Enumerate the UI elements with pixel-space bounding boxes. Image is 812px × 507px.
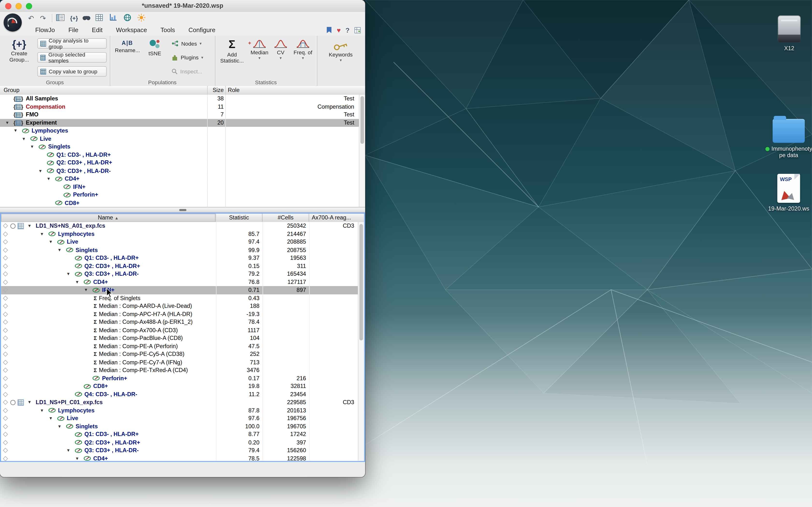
splitter-handle[interactable]	[179, 209, 186, 211]
binoculars-icon[interactable]	[82, 13, 92, 23]
population-row[interactable]: Q2: CD3+ , HLA-DR+0.15311	[1, 262, 358, 270]
column-header-name[interactable]: Name▲	[1, 214, 216, 222]
disclosure-triangle[interactable]: ▼	[13, 127, 22, 135]
disclosure-triangle[interactable]: ▼	[57, 246, 66, 254]
population-row[interactable]: Q2: CD3+ , HLA-DR+0.20397	[1, 439, 358, 446]
add-statistic-button[interactable]: Σ+ Add Statistic...	[217, 39, 247, 64]
copy-analysis-to-group-button[interactable]: Copy analysis to group	[37, 38, 107, 49]
nodes-dropdown[interactable]: Nodes▾	[169, 38, 212, 49]
sample-table-scrollbar[interactable]	[358, 222, 364, 461]
chart-icon[interactable]	[109, 13, 119, 23]
statistic-row[interactable]: ΣMedian : Comp-APC-H7-A (HLA-DR)-19.3	[1, 310, 358, 318]
menu-item-file[interactable]: File	[62, 24, 85, 36]
statistic-row[interactable]: ΣMedian : Comp-PE-Cy5-A (CD38)252	[1, 350, 358, 358]
globe-icon[interactable]	[123, 13, 134, 23]
flowjo-logo[interactable]	[4, 13, 22, 32]
sample-select-circle[interactable]	[10, 223, 15, 228]
statistic-row[interactable]: ΣMedian : Comp-PE-TxRed-A (CD4)3476	[1, 366, 358, 374]
group-row[interactable]: {}FMO7Test	[0, 111, 359, 119]
scrollbar-thumb[interactable]	[359, 224, 363, 340]
statistic-row[interactable]: ΣMedian : Comp-PE-A (Perforin)47.5	[1, 342, 358, 350]
statistic-row[interactable]: ΣMedian : Comp-Ax700-A (CD3)1117	[1, 326, 358, 334]
heart-icon[interactable]: ♥	[337, 26, 341, 34]
disclosure-triangle[interactable]: ▼	[66, 446, 74, 454]
population-row[interactable]: ▼CD4+78.5122598	[1, 455, 358, 461]
group-selected-samples-button[interactable]: Group selected samples	[37, 52, 107, 62]
column-header-group[interactable]: Group	[0, 86, 207, 95]
population-row[interactable]: ▼Singlets99.9208755	[1, 246, 358, 254]
menu-item-workspace[interactable]: Workspace	[109, 24, 154, 36]
column-header-reagent[interactable]: Ax700-A reag...	[309, 214, 364, 222]
redo-icon[interactable]: ↷	[38, 13, 48, 23]
layout-editor-icon[interactable]	[56, 13, 66, 23]
copy-value-to-group-button[interactable]: Copy value to group	[37, 66, 107, 76]
group-row[interactable]: {}All Samples38Test	[0, 95, 359, 103]
disclosure-triangle[interactable]: ▼	[5, 119, 13, 127]
statistic-row[interactable]: ΣMedian : Comp-PacBlue-A (CD8)104	[1, 334, 358, 342]
help-icon[interactable]: ?	[345, 26, 349, 34]
cv-dropdown[interactable]: CV ▾	[272, 39, 290, 62]
sample-select-circle[interactable]	[10, 400, 15, 405]
disclosure-triangle[interactable]: ▼	[66, 270, 74, 278]
scrollbar-thumb[interactable]	[360, 96, 364, 144]
disclosure-triangle[interactable]: ▼	[49, 414, 57, 422]
disclosure-triangle[interactable]: ▼	[39, 167, 47, 175]
population-row[interactable]: Perforin+0.17216	[1, 374, 358, 382]
disclosure-triangle[interactable]: ▼	[22, 135, 30, 143]
disclosure-triangle[interactable]: ▼	[75, 455, 83, 461]
desktop-icon-x12-drive[interactable]: X12	[765, 15, 812, 52]
inspect-button[interactable]: Inspect...	[169, 66, 212, 76]
disclosure-triangle[interactable]: ▼	[28, 222, 36, 230]
statistic-row[interactable]: ΣMedian : Comp-AARD-A (Live-Dead)188	[1, 302, 358, 310]
title-bar[interactable]: *unsaved* 19-Mar-2020.wsp	[0, 0, 365, 12]
table-splitter[interactable]	[0, 207, 365, 213]
population-row[interactable]: ▼Q3: CD3+ , HLA-DR-79.4156260	[1, 446, 358, 454]
group-row[interactable]: ▼{}Experiment20Test	[0, 119, 359, 127]
population-row[interactable]: ▼Lymphocytes87.8201613	[1, 406, 358, 414]
menu-item-flowjo[interactable]: FlowJo	[29, 24, 62, 36]
median-dropdown[interactable]: Median ▾	[248, 39, 271, 62]
braces-plus-icon[interactable]: {+}	[69, 13, 79, 23]
disclosure-triangle[interactable]: ▼	[57, 422, 66, 431]
disclosure-triangle[interactable]: ▼	[30, 143, 38, 151]
population-row[interactable]: Q1: CD3- , HLA-DR+8.7717242	[1, 431, 358, 439]
population-row[interactable]: CD8+19.832811	[1, 382, 358, 390]
group-tree-population-row[interactable]: ▼Q3: CD3+ , HLA-DR-	[0, 167, 359, 175]
disclosure-triangle[interactable]: ▼	[40, 230, 48, 238]
column-header-statistic[interactable]: Statistic	[216, 214, 263, 222]
disclosure-triangle[interactable]: ▼	[47, 175, 55, 183]
undo-icon[interactable]: ↶	[26, 13, 36, 23]
column-header-size[interactable]: Size	[207, 86, 225, 95]
group-row[interactable]: {}Compensation11Compensation	[0, 103, 359, 111]
table-icon[interactable]	[95, 13, 106, 23]
group-tree-population-row[interactable]: Perforin+	[0, 191, 359, 199]
statistic-row[interactable]: ΣMedian : Comp-PE-Cy7-A (IFNg)713	[1, 358, 358, 366]
group-tree-population-row[interactable]: ▼CD4+	[0, 175, 359, 183]
menu-item-edit[interactable]: Edit	[85, 24, 109, 36]
group-tree-population-row[interactable]: IFN+	[0, 183, 359, 191]
population-row[interactable]: ▼CD4+76.8127117	[1, 278, 358, 286]
desktop-icon-wsp-file[interactable]: WSP 19-Mar-2020.ws	[765, 174, 812, 212]
menu-item-configure[interactable]: Configure	[182, 24, 222, 36]
disclosure-triangle[interactable]: ▼	[28, 398, 36, 406]
rename-button[interactable]: A|B Rename...	[114, 40, 141, 53]
sample-row[interactable]: ▼LD1_NS+PI_C01_exp.fcs229585CD3	[1, 398, 358, 406]
disclosure-triangle[interactable]: ▼	[84, 286, 92, 294]
sample-row[interactable]: ▼LD1_NS+NS_A01_exp.fcs250342CD3	[1, 222, 358, 230]
group-tree-population-row[interactable]: Q2: CD3+ , HLA-DR+	[0, 159, 359, 167]
group-table-scrollbar[interactable]	[359, 95, 365, 207]
population-row[interactable]: ▼IFN+0.71897	[1, 286, 358, 294]
keywords-dropdown[interactable]: Keywords ▾	[324, 42, 357, 64]
disclosure-triangle[interactable]: ▼	[40, 406, 48, 414]
group-tree-population-row[interactable]: CD8+	[0, 199, 359, 207]
disclosure-triangle[interactable]: ▼	[75, 278, 83, 286]
population-row[interactable]: ▼Q3: CD3+ , HLA-DR-79.2165434	[1, 270, 358, 278]
sun-icon[interactable]	[137, 13, 148, 23]
population-row[interactable]: ▼Live97.4208885	[1, 238, 358, 246]
menu-item-tools[interactable]: Tools	[154, 24, 182, 36]
statistic-row[interactable]: ΣFreq. of Singlets0.43	[1, 294, 358, 302]
population-row[interactable]: Q4: CD3- , HLA-DR-11.223454	[1, 390, 358, 398]
column-header-role[interactable]: Role	[225, 86, 365, 95]
group-tree-population-row[interactable]: Q1: CD3- , HLA-DR+	[0, 151, 359, 159]
population-row[interactable]: ▼Singlets100.0196705	[1, 422, 358, 431]
